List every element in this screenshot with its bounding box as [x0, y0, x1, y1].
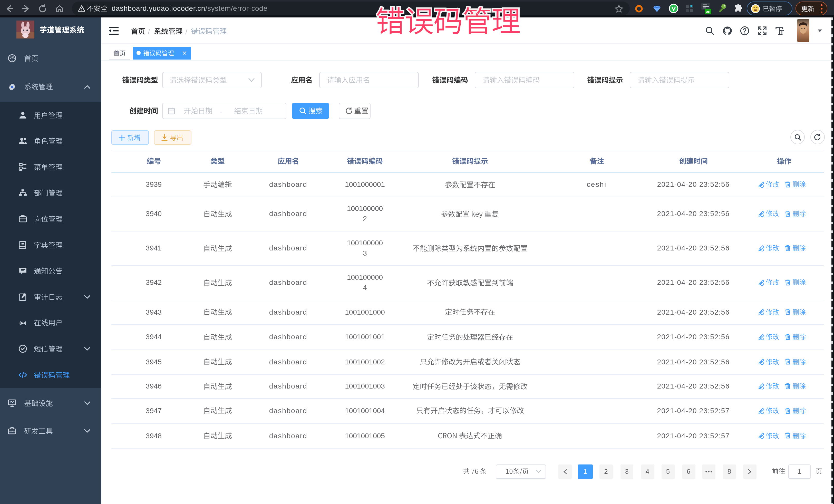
svg-text:on: on [706, 9, 710, 14]
